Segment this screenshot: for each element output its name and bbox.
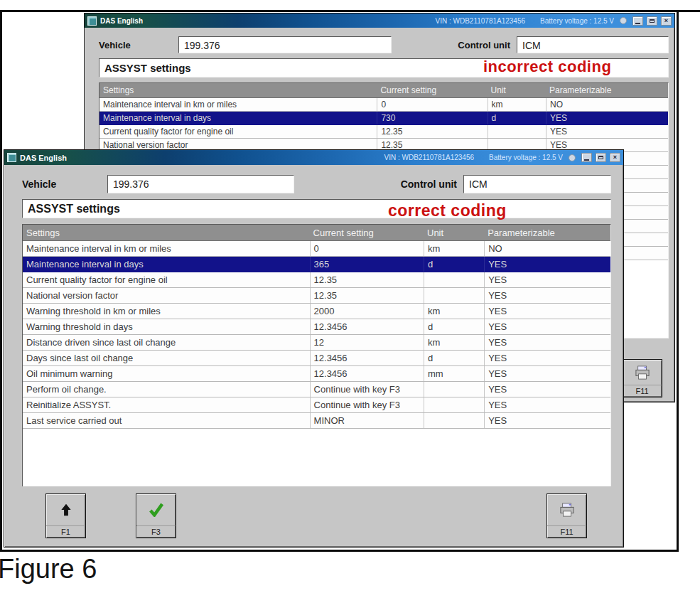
table-cell bbox=[424, 382, 484, 397]
subtitle-text: ASSYST settings bbox=[28, 203, 120, 215]
function-key-bar: F1 F3 F11 bbox=[6, 486, 621, 545]
minimize-button[interactable] bbox=[632, 16, 643, 26]
table-cell: 12.35 bbox=[310, 272, 424, 287]
subtitle-bar: ASSYST settings bbox=[22, 199, 611, 218]
table-row[interactable]: Maintenance interval in days730dYES bbox=[99, 112, 668, 125]
table-body: Maintenance interval in km or miles0kmNO… bbox=[23, 241, 610, 429]
table-cell: 12.35 bbox=[310, 288, 424, 303]
column-header-unit: Unit bbox=[424, 225, 484, 240]
table-cell: YES bbox=[546, 125, 668, 138]
table-cell: Maintenance interval in km or miles bbox=[23, 241, 310, 256]
f3-button[interactable]: F3 bbox=[136, 493, 176, 538]
table-cell: km bbox=[424, 241, 484, 256]
table-row[interactable]: Oil minimum warning12.3456mmYES bbox=[23, 366, 610, 382]
vehicle-form-row: Vehicle 199.376 Control unit ICM bbox=[4, 165, 623, 199]
table-cell bbox=[424, 272, 484, 287]
close-button[interactable]: × bbox=[610, 153, 620, 162]
column-header-settings: Settings bbox=[23, 225, 310, 240]
table-cell: MINOR bbox=[310, 413, 424, 428]
table-cell: 0 bbox=[310, 241, 424, 256]
table-cell: 365 bbox=[310, 257, 424, 272]
control-unit-input[interactable]: ICM bbox=[517, 36, 669, 53]
table-row[interactable]: Last service carried outMINORYES bbox=[23, 413, 610, 429]
window-title: DAS English bbox=[20, 154, 67, 162]
table-cell: YES bbox=[484, 351, 610, 365]
table-cell: Oil minimum warning bbox=[23, 366, 310, 381]
table-row[interactable]: Warning threshold in km or miles2000kmYE… bbox=[23, 304, 610, 319]
f11-button[interactable]: F11 bbox=[546, 493, 587, 538]
table-cell: d bbox=[424, 257, 484, 272]
table-cell: d bbox=[488, 112, 546, 124]
table-row[interactable]: Current quality factor for engine oil12.… bbox=[99, 125, 668, 139]
table-cell: Current quality factor for engine oil bbox=[99, 125, 377, 138]
subtitle-text: ASSYST settings bbox=[104, 62, 191, 74]
table-cell bbox=[488, 125, 546, 138]
table-cell: YES bbox=[484, 413, 610, 428]
table-row[interactable]: Reinitialize ASSYST.Continue with key F3… bbox=[23, 397, 610, 413]
table-cell: 730 bbox=[377, 112, 487, 124]
fkey-label: F1 bbox=[46, 525, 85, 538]
table-row[interactable]: Current quality factor for engine oil12.… bbox=[23, 272, 610, 288]
f1-button[interactable]: F1 bbox=[45, 493, 86, 538]
annotation-correct-coding: correct coding bbox=[388, 201, 507, 220]
column-header-current-setting: Current setting bbox=[377, 83, 487, 97]
table-cell: km bbox=[488, 98, 546, 111]
table-cell: Continue with key F3 bbox=[310, 382, 424, 397]
table-row[interactable]: Maintenance interval in km or miles0kmNO bbox=[23, 241, 610, 257]
table-cell: Continue with key F3 bbox=[310, 397, 424, 412]
f11-button[interactable]: F11 bbox=[622, 359, 662, 397]
maximize-button[interactable] bbox=[596, 153, 606, 162]
table-row[interactable]: Days since last oil change12.3456dYES bbox=[23, 351, 610, 366]
table-cell: YES bbox=[484, 257, 610, 272]
column-header-settings: Settings bbox=[99, 83, 377, 97]
vehicle-input[interactable]: 199.376 bbox=[178, 36, 392, 53]
fkey-label: F11 bbox=[547, 525, 586, 538]
titlebar[interactable]: DAS English VIN : WDB2110781A123456 Batt… bbox=[85, 14, 674, 28]
table-cell bbox=[424, 397, 484, 412]
check-icon bbox=[149, 494, 164, 525]
table-cell: d bbox=[424, 351, 484, 365]
table-row[interactable]: Maintenance interval in km or miles0kmNO bbox=[99, 98, 668, 112]
column-header-current-setting: Current setting bbox=[310, 225, 424, 240]
table-cell: 12.3456 bbox=[310, 351, 424, 365]
titlebar[interactable]: DAS English VIN : WDB2110781A123456 Batt… bbox=[4, 150, 623, 165]
table-cell: mm bbox=[424, 366, 484, 381]
app-icon bbox=[87, 16, 97, 26]
settings-table: Settings Current setting Unit Parameteri… bbox=[22, 224, 611, 488]
table-cell: Days since last oil change bbox=[23, 351, 310, 365]
maximize-button[interactable] bbox=[647, 16, 657, 26]
table-row[interactable]: National version factor12.35YES bbox=[23, 288, 610, 304]
table-cell: Warning threshold in km or miles bbox=[23, 304, 310, 319]
table-cell: Maintenance interval in days bbox=[99, 112, 377, 124]
printer-icon bbox=[634, 360, 651, 385]
table-cell: Distance driven since last oil change bbox=[23, 335, 310, 350]
table-cell: YES bbox=[484, 366, 610, 381]
das-window-correct: DAS English VIN : WDB2110781A123456 Batt… bbox=[4, 149, 624, 548]
vehicle-input[interactable]: 199.376 bbox=[107, 175, 294, 193]
table-cell bbox=[424, 288, 484, 303]
table-row[interactable]: Distance driven since last oil change12k… bbox=[23, 335, 610, 351]
up-arrow-icon bbox=[59, 494, 73, 525]
table-cell: Maintenance interval in days bbox=[23, 257, 310, 272]
table-row[interactable]: Warning threshold in days12.3456dYES bbox=[23, 319, 610, 335]
control-unit-input[interactable]: ICM bbox=[463, 175, 611, 193]
table-cell: YES bbox=[484, 319, 610, 334]
table-cell: 12 bbox=[310, 335, 424, 350]
table-cell: d bbox=[424, 319, 484, 334]
table-cell: Reinitialize ASSYST. bbox=[23, 397, 310, 412]
table-row[interactable]: Maintenance interval in days365dYES bbox=[23, 257, 610, 272]
vehicle-label: Vehicle bbox=[22, 178, 107, 190]
table-row[interactable]: Perform oil change.Continue with key F3Y… bbox=[23, 382, 610, 397]
control-unit-label: Control unit bbox=[458, 40, 510, 50]
table-cell: YES bbox=[484, 304, 610, 319]
column-header-parameterizable: Parameterizable bbox=[484, 225, 610, 240]
minimize-button[interactable] bbox=[581, 153, 592, 162]
table-cell: NO bbox=[484, 241, 610, 256]
close-button[interactable]: × bbox=[661, 16, 672, 26]
vehicle-form-row: Vehicle 199.376 Control unit ICM bbox=[85, 28, 674, 58]
vin-label: VIN : WDB2110781A123456 bbox=[435, 17, 525, 25]
column-header-parameterizable: Parameterizable bbox=[546, 83, 668, 97]
table-cell: 0 bbox=[377, 98, 487, 111]
table-cell: YES bbox=[484, 272, 610, 287]
table-cell: Maintenance interval in km or miles bbox=[99, 98, 377, 111]
